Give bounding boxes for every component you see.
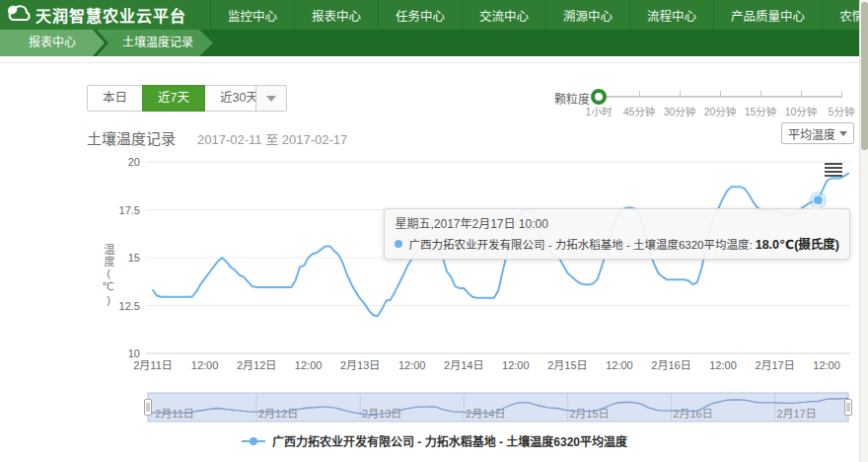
datazoom-label: 2月12日 — [258, 408, 298, 420]
x-axis-tick-label: 12:00 — [191, 359, 219, 371]
chart-tooltip: 星期五,2017年2月17日 10:00 广西力拓农业开发有限公司 - 力拓水稻… — [384, 208, 850, 260]
x-axis-tick-label: 2月14日 — [444, 359, 483, 371]
x-axis-tick-label: 2月16日 — [651, 359, 690, 371]
x-axis-tick-label: 2月13日 — [340, 359, 380, 371]
x-axis-tick-label: 2月12日 — [237, 359, 276, 371]
series-marker-dot — [395, 240, 402, 248]
scrollbar-track[interactable] — [859, 0, 868, 462]
tooltip-time: 星期五,2017年2月17日 10:00 — [395, 214, 839, 231]
legend-line-marker-icon — [241, 436, 266, 446]
x-axis-tick-label: 12:00 — [502, 359, 530, 371]
scrollbar-thumb[interactable] — [861, 2, 868, 150]
x-axis-tick-label: 12:00 — [398, 359, 426, 371]
datazoom-label: 2月17日 — [776, 408, 816, 420]
legend-label: 广西力拓农业开发有限公司 - 力拓水稻基地 - 土壤温度6320平均温度 — [272, 432, 627, 449]
toolbox-menu-icon[interactable] — [825, 163, 842, 177]
tooltip-value: 18.0℃(摄氏度) — [756, 234, 839, 253]
y-axis-tick-label: 17.5 — [119, 204, 140, 216]
y-axis-tick-label: 20 — [128, 156, 140, 168]
last7days-button[interactable]: 近7天 — [142, 85, 205, 112]
datazoom-label: 2月15日 — [569, 408, 609, 420]
y-axis-tick-label: 15 — [128, 252, 140, 264]
y-axis-tick-label: 10 — [128, 347, 140, 359]
datazoom-label: 2月16日 — [673, 408, 712, 420]
x-axis-tick-label: 12:00 — [295, 359, 323, 371]
x-axis-tick-label: 2月11日 — [133, 359, 173, 371]
x-axis-tick-label: 12:00 — [709, 359, 737, 371]
x-axis-tick-label: 2月17日 — [755, 359, 794, 371]
x-axis-tick-label: 12:00 — [813, 359, 840, 371]
x-axis-tick-label: 2月15日 — [547, 359, 587, 371]
x-axis-tick-label: 12:00 — [606, 359, 633, 371]
datazoom-handle-left[interactable] — [145, 400, 152, 416]
tooltip-arrow — [811, 203, 823, 209]
legend-item[interactable]: 广西力拓农业开发有限公司 - 力拓水稻基地 - 土壤温度6320平均温度 — [0, 432, 868, 449]
datazoom-label: 2月11日 — [155, 408, 194, 420]
tooltip-series-label: 广西力拓农业开发有限公司 - 力拓水稻基地 - 土壤温度6320平均温度: — [408, 236, 752, 252]
datazoom-handle-right[interactable] — [845, 400, 852, 416]
page: 天润智慧农业云平台 监控中心 报表中心 任务中心 交流中心 溯源中心 流程中心 … — [0, 0, 868, 462]
y-axis-tick-label: 12.5 — [119, 300, 140, 312]
